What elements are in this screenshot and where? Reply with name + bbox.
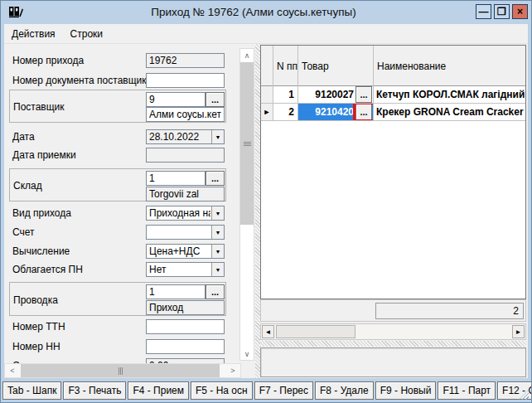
grid-row[interactable]: 1 9120027 ... Кетчуп КОРОЛ.СМАК лагідний…	[261, 86, 525, 104]
field-label: Облагается ПН	[12, 264, 83, 275]
warehouse-lookup-button[interactable]: ...	[206, 171, 225, 186]
field-label: Номер НН	[12, 341, 60, 352]
cell-product-code-selected[interactable]: 9210420 ...	[298, 104, 374, 121]
receipt-type-select[interactable]: Приходная нак ▼	[146, 206, 225, 221]
receipt-window: Приход № 19762 (Алми соусы.кетчупы) — ❐ …	[0, 0, 532, 403]
f9-new-button[interactable]: F9 - Новый	[375, 381, 437, 400]
selector-column-header	[261, 46, 273, 86]
grid-row-selected[interactable]: ► 2 9210420 ... Крекер GRONA Cream Crack…	[261, 104, 525, 121]
form-row: Номер документа поставщика	[4, 73, 258, 88]
chevron-down-icon[interactable]: ▼	[211, 263, 224, 276]
app-icon	[9, 6, 24, 19]
product-lookup-button[interactable]: ...	[355, 104, 372, 120]
close-button[interactable]: ×	[512, 4, 528, 19]
menu-rows[interactable]: Строки	[63, 24, 110, 43]
posting-code-input[interactable]	[146, 284, 206, 299]
scroll-down-icon[interactable]: ∨	[240, 347, 254, 360]
scroll-up-icon[interactable]: ∧	[240, 49, 254, 61]
scroll-left-icon[interactable]: <	[6, 364, 19, 376]
combo-value: 28.10.2022	[149, 131, 210, 143]
f7-recalc-button[interactable]: F7 - Перес	[254, 381, 313, 400]
form-row	[4, 187, 258, 202]
acceptance-date-input[interactable]	[146, 148, 225, 163]
supplier-code-input[interactable]	[146, 92, 206, 107]
field-label: Дата	[12, 131, 35, 143]
row-selector[interactable]	[261, 86, 273, 104]
cell-product-code[interactable]: 9120027 ...	[298, 86, 374, 104]
column-header-npp[interactable]: N пп	[273, 46, 298, 86]
supplier-name-input[interactable]	[146, 107, 225, 122]
function-key-toolbar: Tab - Шапк F3 - Печать F4 - Прием F5 - Н…	[2, 378, 531, 401]
warehouse-code-input[interactable]	[146, 171, 206, 186]
combo-value: Приходная нак	[149, 207, 210, 219]
calculation-select[interactable]: Цена+НДС ▼	[146, 244, 225, 259]
form-row: Дата приемки	[4, 148, 258, 163]
scroll-left-icon[interactable]: ◄	[262, 325, 274, 338]
maximize-button[interactable]: ❐	[494, 4, 510, 19]
grid-footer: 2	[260, 299, 526, 322]
form-row	[4, 107, 258, 122]
form-row: ...	[4, 284, 258, 299]
thumb-grip-icon	[118, 367, 123, 375]
cell-npp[interactable]: 2	[273, 104, 298, 121]
horizontal-splitter[interactable]	[260, 341, 526, 347]
date-select[interactable]: 28.10.2022 ▼	[146, 129, 225, 144]
f11-batch-button[interactable]: F11 - Парт	[438, 381, 496, 400]
cell-product-name[interactable]: Кетчуп КОРОЛ.СМАК лагідний 2	[374, 86, 525, 104]
column-header-name[interactable]: Наименование	[374, 46, 525, 86]
supplier-doc-number-input[interactable]	[146, 73, 225, 88]
minimize-button[interactable]: —	[476, 4, 491, 19]
lines-panel: N пп Товар Наименование 1 9120027 ... Ке…	[260, 44, 526, 378]
f8-delete-button[interactable]: F8 - Удале	[315, 381, 374, 400]
form-row: Номер НН	[4, 339, 258, 354]
chevron-down-icon[interactable]: ▼	[211, 206, 224, 220]
minimize-icon: —	[479, 7, 489, 17]
horizontal-scroll-thumb[interactable]	[21, 364, 220, 377]
cell-product-name[interactable]: Крекер GRONA Cream Cracker 33	[374, 104, 525, 121]
form-vertical-scrollbar[interactable]: ∧ ∨	[239, 48, 254, 361]
posting-lookup-button[interactable]: ...	[206, 284, 225, 299]
field-label: Номер документа поставщика	[12, 75, 152, 86]
account-select[interactable]: ▼	[146, 225, 225, 240]
lines-grid: N пп Товар Наименование 1 9120027 ... Ке…	[260, 45, 526, 299]
cell-npp[interactable]: 1	[273, 86, 298, 104]
f5-based-on-button[interactable]: F5 - На осн	[191, 381, 253, 400]
form-row	[4, 300, 258, 315]
product-code-value: 9210420	[298, 106, 354, 118]
row-selector-current[interactable]: ►	[261, 104, 273, 121]
title-bar[interactable]: Приход № 19762 (Алми соусы.кетчупы) — ❐ …	[4, 3, 528, 24]
warehouse-name-input[interactable]	[146, 187, 225, 202]
row-pointer-icon: ►	[264, 108, 271, 116]
field-label: Вычисление	[12, 245, 70, 257]
supplier-lookup-button[interactable]: ...	[206, 92, 225, 107]
grid-horizontal-scrollbar[interactable]: ◄ ►	[260, 323, 526, 340]
maximize-icon: ❐	[497, 7, 506, 17]
tab-header-button[interactable]: Tab - Шапк	[2, 381, 61, 400]
product-code-value: 9120027	[298, 89, 354, 100]
field-label: Счет	[12, 226, 35, 238]
form-row: ...	[4, 92, 258, 107]
field-label: Вид прихода	[12, 207, 71, 219]
form-row: Облагается ПН Нет ▼	[4, 262, 258, 277]
product-lookup-button[interactable]: ...	[355, 86, 372, 103]
vertical-scroll-thumb[interactable]	[240, 62, 254, 225]
ttn-number-input[interactable]	[146, 319, 225, 334]
chevron-down-icon[interactable]: ▼	[211, 130, 224, 143]
form-horizontal-scrollbar[interactable]: < >	[4, 363, 241, 378]
chevron-down-icon[interactable]: ▼	[211, 245, 224, 258]
column-header-product[interactable]: Товар	[298, 46, 374, 86]
f4-accept-button[interactable]: F4 - Прием	[128, 381, 189, 400]
receipt-number-input[interactable]	[146, 53, 225, 68]
form-row: Номер прихода	[4, 53, 258, 68]
window-title: Приход № 19762 (Алми соусы.кетчупы)	[37, 6, 470, 18]
posting-name-input[interactable]	[146, 300, 225, 315]
menu-actions[interactable]: Действия	[4, 24, 63, 43]
tax-flag-select[interactable]: Нет ▼	[146, 262, 225, 277]
horizontal-scroll-thumb[interactable]	[276, 325, 355, 338]
scroll-right-icon[interactable]: ►	[512, 325, 525, 338]
nn-number-input[interactable]	[146, 339, 225, 354]
scroll-right-icon[interactable]: >	[226, 364, 239, 376]
field-label: Номер прихода	[12, 55, 84, 66]
f3-print-button[interactable]: F3 - Печать	[63, 381, 126, 400]
chevron-down-icon[interactable]: ▼	[211, 226, 224, 239]
